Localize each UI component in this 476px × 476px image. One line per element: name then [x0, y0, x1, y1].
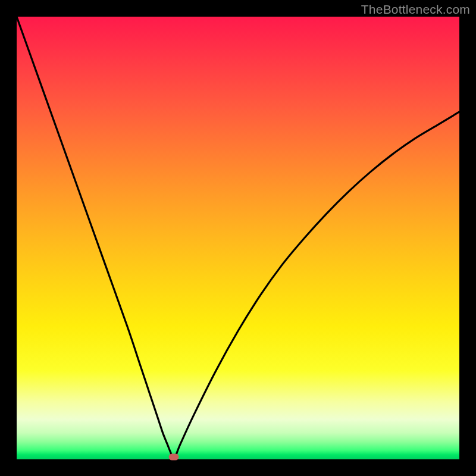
minimum-marker	[169, 454, 179, 461]
plot-area	[17, 17, 459, 459]
chart-frame: TheBottleneck.com	[0, 0, 476, 476]
bottleneck-curve	[17, 17, 459, 459]
watermark-text: TheBottleneck.com	[361, 2, 470, 17]
